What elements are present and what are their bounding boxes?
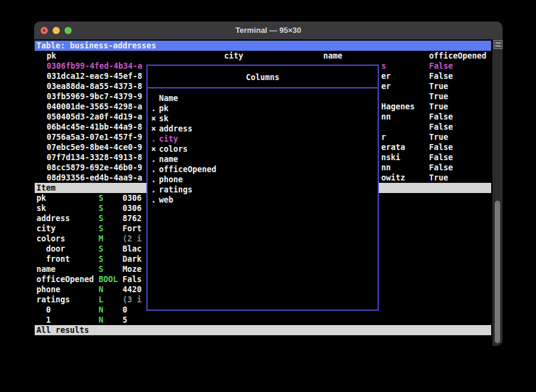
row-officeOpened: False [429,112,453,122]
terminal-window: Terminal — 95×30 Table: business-address… [34,22,503,346]
split-pane-icon[interactable] [494,40,503,49]
column-toggle-marker-icon: . [151,103,156,114]
columns-modal: Columns Name . pk × sk × address . city [146,65,379,311]
column-toggle-item[interactable]: . name [148,154,378,164]
column-toggle-label: colors [159,144,188,154]
attribute-name: pk [36,193,46,203]
attribute-value: 4420 [122,284,142,295]
row-name-partial: nski [381,152,400,163]
column-toggle-label: city [159,134,178,144]
row-pk: 07ebc5e9-8be4-4ce0-9 [47,142,142,152]
table-title: Table: business-addresses [36,41,156,51]
window-titlebar: Terminal — 95×30 [34,22,503,39]
attribute-name: door [46,244,65,254]
attribute-type: L [99,295,103,305]
column-toggle-marker-icon: × [151,144,156,154]
column-header-pk: pk [47,51,56,61]
row-name-partial: s [381,61,386,71]
column-toggle-item[interactable]: . pk [148,103,378,114]
row-pk: 0756a5a3-07e1-457f-9 [47,132,142,142]
attribute-type: S [99,254,103,264]
attribute-type: S [99,193,103,203]
row-name-partial: Hagenes [381,102,415,112]
row-name-partial: er [381,81,391,91]
column-toggle-label: pk [159,103,169,114]
attribute-name: ratings [36,295,70,305]
attribute-type: N [99,284,103,295]
row-officeOpened: True [429,102,448,112]
attribute-type: N [99,305,103,315]
column-toggle-item[interactable]: . city [148,134,378,144]
attribute-name: front [46,254,70,264]
attribute-name: phone [36,284,60,295]
item-panel-title: Item [36,183,56,193]
attribute-type: S [99,264,103,274]
column-toggle-item[interactable]: × sk [148,114,378,124]
column-toggle-label: sk [159,114,169,124]
column-toggle-marker-icon: . [151,174,156,185]
status-text: All results [36,325,89,335]
table-title-bar: Table: business-addresses [35,41,491,51]
column-toggle-marker-icon: × [151,124,156,134]
terminal-content: Table: business-addresses pk city name o… [34,39,503,346]
attribute-name: sk [36,203,46,213]
attribute-name: 0 [46,305,51,315]
attribute-value: 0306 [122,193,142,203]
column-toggle-item[interactable]: . officeOpened [148,164,378,174]
modal-title: Columns [148,72,378,82]
attribute-value: 5 [122,315,127,325]
attribute-value: 0306 [122,203,142,213]
modal-separator [148,87,378,88]
row-officeOpened: True [429,173,448,183]
column-toggle-marker-icon: . [151,154,156,164]
column-header-name: name [323,51,342,61]
column-toggle-label: web [159,195,173,205]
attribute-type: S [99,213,103,223]
column-toggle-label: officeOpened [159,164,216,174]
column-toggle-label: address [159,124,192,134]
attribute-name: colors [36,234,65,244]
row-pk: 040001de-3565-4298-a [47,102,142,112]
status-bar: All results [35,325,491,335]
column-header-officeOpened: officeOpened [429,51,486,61]
row-name-partial: er [381,71,391,81]
column-toggle-item[interactable]: × address [148,124,378,134]
row-officeOpened: False [429,142,453,152]
attribute-type: N [99,315,103,325]
row-officeOpened: True [429,132,448,142]
row-officeOpened: False [429,122,453,132]
attribute-type: BOOL [99,274,118,284]
column-toggle-label: phone [159,174,183,185]
column-toggle-item[interactable]: . ratings [148,185,378,195]
row-officeOpened: False [429,163,453,173]
column-toggle-item[interactable]: . web [148,195,378,205]
row-officeOpened: False [429,152,453,163]
column-toggle-marker-icon: . [151,134,156,144]
column-toggle-marker-icon: . [151,164,156,174]
row-name-partial: nn [381,112,391,122]
row-pk: 07f7d134-3328-4913-8 [47,152,142,163]
row-pk: 03fb5969-9bc7-4379-9 [47,91,142,102]
row-pk: 08d93356-ed4b-4aa9-a [47,173,142,183]
row-pk: 08cc5879-692e-46b0-9 [47,163,142,173]
column-toggle-marker-icon: . [151,185,156,195]
item-panel-header-bar: Item [35,183,146,193]
row-name-partial: erata [381,142,405,152]
scrollbar-thumb[interactable] [494,200,501,344]
attribute-value: 8762 [122,213,142,223]
attribute-value: Moze [122,264,142,274]
column-toggle-item[interactable]: . phone [148,174,378,185]
attribute-name: city [36,223,56,234]
column-toggle-marker-icon: . [151,195,156,205]
modal-list-header: Name [159,93,178,103]
attribute-type: M [99,234,103,244]
attribute-value: Fort [122,223,142,234]
column-toggle-label: ratings [159,185,192,195]
attribute-name: name [36,264,56,274]
attribute-value: Blac [122,244,142,254]
attribute-type: S [99,203,103,213]
row-pk: 031dca12-eac9-45ef-8 [47,71,142,81]
item-attribute-row[interactable]: 1 N 5 [34,315,177,325]
column-toggle-item[interactable]: × colors [148,144,378,154]
attribute-name: address [36,213,70,223]
